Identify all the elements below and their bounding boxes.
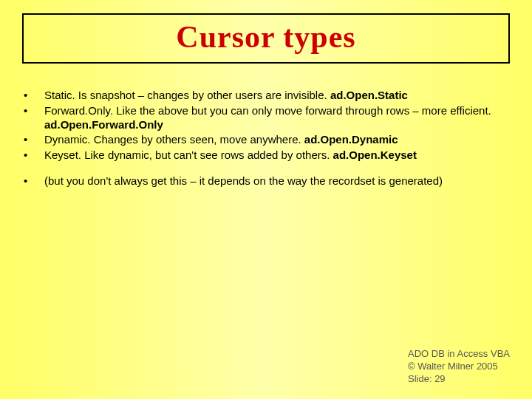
footer-line-slide-number: Slide: 29	[408, 373, 510, 386]
slide-title: Cursor types	[31, 19, 501, 55]
bullet-mark: •	[22, 174, 44, 188]
bullet-code: ad.Open.Dynamic	[304, 133, 398, 146]
bullet-desc: Static. Is snapshot – changes by other u…	[44, 89, 330, 101]
bullet-code: ad.Open.Static	[330, 89, 408, 101]
bullet-code: ad.Open.Keyset	[333, 149, 417, 161]
footer-line-copyright: © Walter Milner 2005	[408, 361, 510, 373]
bullet-item: • (but you don't always get this – it de…	[22, 174, 510, 188]
bullet-item: • Keyset. Like dynamic, but can't see ro…	[22, 149, 510, 163]
bullet-mark: •	[22, 104, 44, 118]
bullet-item: • Static. Is snapshot – changes by other…	[22, 89, 510, 103]
bullet-mark: •	[22, 133, 44, 147]
bullet-code: ad.Open.Forward.Only	[44, 118, 163, 131]
bullet-mark: •	[22, 89, 44, 103]
bullet-desc: Forward.Only. Like the above but you can…	[44, 104, 491, 117]
bullet-desc: Keyset. Like dynamic, but can't see rows…	[44, 149, 333, 161]
bullet-text: Forward.Only. Like the above but you can…	[44, 104, 510, 132]
bullet-text: Dynamic. Changes by others seen, move an…	[44, 133, 510, 147]
footer: ADO DB in Access VBA © Walter Milner 200…	[408, 348, 510, 386]
bullet-mark: •	[22, 149, 44, 163]
slide: Cursor types • Static. Is snapshot – cha…	[0, 0, 532, 399]
bullet-text: (but you don't always get this – it depe…	[44, 174, 510, 188]
spacer	[22, 164, 510, 174]
bullet-text: Static. Is snapshot – changes by other u…	[44, 89, 510, 103]
bullet-item: • Forward.Only. Like the above but you c…	[22, 104, 510, 132]
bullet-desc: Dynamic. Changes by others seen, move an…	[44, 133, 304, 146]
footer-line-title: ADO DB in Access VBA	[408, 348, 510, 361]
title-box: Cursor types	[22, 13, 510, 64]
bullet-text: Keyset. Like dynamic, but can't see rows…	[44, 149, 510, 163]
bullet-item: • Dynamic. Changes by others seen, move …	[22, 133, 510, 147]
content-area: • Static. Is snapshot – changes by other…	[22, 89, 510, 190]
